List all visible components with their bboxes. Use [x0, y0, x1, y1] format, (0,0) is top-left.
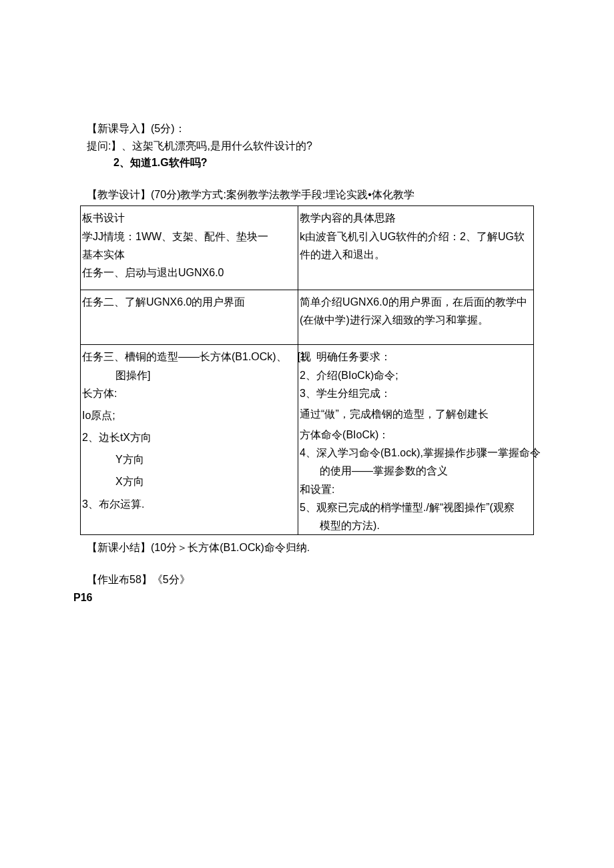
r3r-line3: 3、学生分组完成： [300, 384, 532, 402]
r1l-line4: 任务一、启动与退出UGNX6.0 [82, 264, 296, 282]
cell-r3-left: 任务三、槽铜的造型——长方体(B1.OCk)、 [视 图操作] 长方体: Io原… [81, 345, 298, 535]
design-title: 【教学设计】(70分)教学方式:案例教学法教学手段:埋论实践•体化教学 [80, 186, 534, 203]
r2r-line1: 简单介绍UGNX6.0的用户界面，在后面的教学中(在做中学)进行深入细致的学习和… [300, 293, 532, 329]
lesson-table: 板书设计 学JJ情境：1WW、支架、配件、垫块一 基本实体 任务一、启动与退出U… [80, 205, 534, 535]
cell-r2-right: 简单介绍UGNX6.0的用户界面，在后面的教学中(在做中学)进行深入细致的学习和… [298, 290, 534, 345]
cell-r1-right: 教学内容的具体思路 k由波音飞机引入UG软件的介绍：2、了解UG软件的进入和退出… [298, 206, 534, 290]
r1l-line1: 板书设计 [82, 209, 296, 227]
r3r-line9: 5、观察已完成的梢学懂型./解“视图操作”(观察 [300, 498, 532, 516]
r1r-line1: 教学内容的具体思路 [300, 209, 532, 227]
r3l-line8: 3、布尔运算. [82, 495, 296, 513]
r3r-line5: 方体命令(BIoCk)： [300, 426, 532, 444]
document-page: 【新课导入】(5分)： 提问:】、这架飞机漂亮吗,是用什么软件设计的? 2、知道… [0, 0, 614, 868]
cell-r2-left: 任务二、了解UGNX6.0的用户界面 [81, 290, 298, 345]
table-row: 板书设计 学JJ情境：1WW、支架、配件、垫块一 基本实体 任务一、启动与退出U… [81, 206, 534, 290]
r1l-line2: 学JJ情境：1WW、支架、配件、垫块一 [82, 228, 296, 246]
r3l-line1: 任务三、槽铜的造型——长方体(B1.OCk)、 [视 [82, 348, 296, 366]
r3r-line4: 通过“做”，完成橹钢的造型，了解创建长 [300, 405, 532, 423]
r1l-line3: 基本实体 [82, 246, 296, 264]
r3l-line2: 图操作] [82, 366, 296, 384]
r3l-line3: 长方体: [82, 384, 296, 402]
table-row: 任务二、了解UGNX6.0的用户界面 简单介绍UGNX6.0的用户界面，在后面的… [81, 290, 534, 345]
page-ref: P16 [73, 589, 534, 606]
cell-r3-right: 1、明确任务要求： 2、介绍(BIoCk)命令; 3、学生分组完成： 通过“做”… [298, 345, 534, 535]
r3r-line2: 2、介绍(BIoCk)命令; [300, 366, 532, 384]
r3l-line7: X方向 [82, 472, 296, 490]
r1r-line2: k由波音飞机引入UG软件的介绍：2、了解UG软件的进入和退出。 [300, 228, 532, 264]
r3r-line8: 和设置: [300, 480, 532, 498]
homework: 【作业布58】《5分》 [87, 571, 534, 588]
r3r-line6: 4、深入学习命令(B1.ock),掌握操作步骤一掌握命令 [300, 444, 532, 462]
intro-question-1: 提问:】、这架飞机漂亮吗,是用什么软件设计的? [80, 137, 534, 155]
cell-r1-left: 板书设计 学JJ情境：1WW、支架、配件、垫块一 基本实体 任务一、启动与退出U… [81, 206, 298, 290]
r3l-line6: Y方向 [82, 450, 296, 468]
intro-question-2: 2、知道1.G软件吗? [80, 154, 534, 171]
r3l-line5: 2、边长tX方向 [82, 428, 296, 446]
intro-title: 【新课导入】(5分)： [80, 120, 534, 137]
lesson-summary: 【新课小结】(10分＞长方体(B1.OCk)命令归纳. [80, 539, 534, 556]
r3r-line10: 模型的方法). [300, 516, 532, 534]
r2l-line1: 任务二、了解UGNX6.0的用户界面 [82, 293, 296, 311]
r3r-line7: 的使用——掌握参数的含义 [300, 462, 532, 480]
r3r-line1: 1、明确任务要求： [300, 348, 532, 366]
table-row: 任务三、槽铜的造型——长方体(B1.OCk)、 [视 图操作] 长方体: Io原… [81, 345, 534, 535]
r3l-line4: Io原点; [82, 406, 296, 424]
